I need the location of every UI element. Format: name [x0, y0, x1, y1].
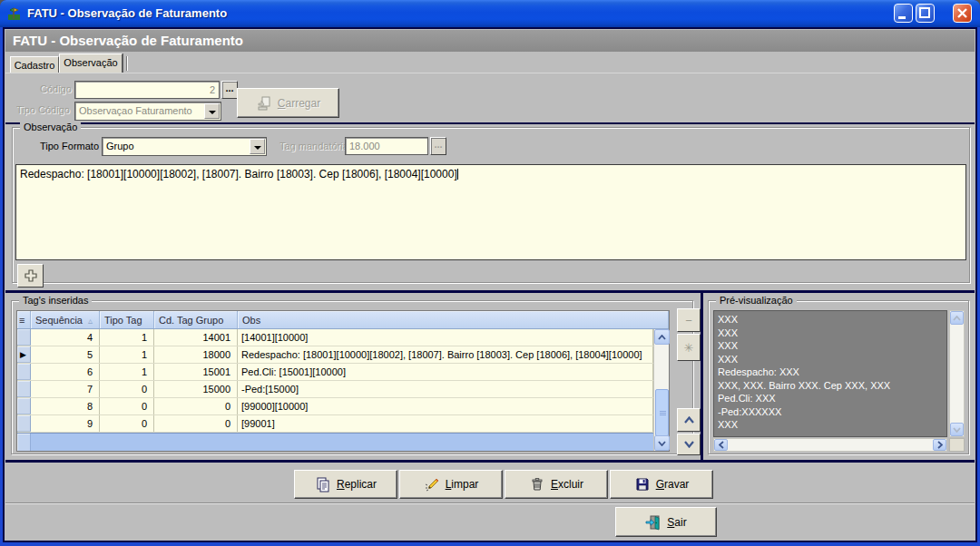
codigo-browse-button[interactable]: ...: [221, 81, 238, 99]
bottom-split: Tag's inseridas ≡ Sequência▵ Tipo Tag Cd…: [5, 290, 975, 463]
carregar-button[interactable]: Carregar: [237, 88, 339, 118]
tags-group: Tag's inseridas ≡ Sequência▵ Tipo Tag Cd…: [11, 300, 693, 454]
tipo-formato-combo[interactable]: Grupo: [102, 137, 267, 156]
header-marker-icon[interactable]: ≡: [17, 311, 31, 328]
minimize-button[interactable]: [894, 4, 913, 23]
eraser-pencil-icon: [424, 476, 440, 492]
client-area: FATU - Observação de Faturamento Cadastr…: [3, 27, 977, 542]
preview-line: XXX: [718, 327, 946, 340]
split-divider: [701, 293, 703, 460]
codigo-input[interactable]: 2: [74, 81, 220, 99]
row-indicator[interactable]: [17, 415, 31, 432]
table-cell[interactable]: [99000][10000]: [238, 398, 653, 414]
move-up-button[interactable]: [677, 408, 701, 432]
column-header-cd-tag-grupo[interactable]: Cd. Tag Grupo: [154, 311, 238, 328]
sair-button[interactable]: Sair: [615, 507, 717, 537]
exit-bar: Sair: [5, 504, 975, 540]
scroll-down-button[interactable]: [950, 423, 964, 436]
table-cell[interactable]: 1: [100, 329, 154, 346]
table-cell[interactable]: 0: [100, 398, 154, 414]
table-cell[interactable]: 15001: [154, 364, 238, 380]
table-row[interactable]: 6115001Ped.Cli: [15001][10000]: [17, 364, 653, 381]
table-cell[interactable]: -Ped:[15000]: [238, 381, 653, 397]
table-row[interactable]: 900[99001]: [17, 415, 653, 433]
ellipsis-icon: ...: [225, 83, 233, 93]
plus-icon: [24, 269, 37, 282]
tag-mandatoria-browse-button[interactable]: ...: [430, 137, 446, 155]
table-cell[interactable]: Ped.Cli: [15001][10000]: [238, 364, 653, 380]
title-bar[interactable]: FATU - Observação de Faturamento: [0, 0, 980, 27]
delete-row-button[interactable]: −: [677, 308, 701, 332]
table-row[interactable]: 7015000-Ped:[15000]: [17, 381, 653, 398]
row-indicator[interactable]: ▶: [17, 346, 31, 363]
preview-group-label: Pré-visualização: [716, 295, 797, 306]
limpar-button[interactable]: Limpar: [399, 470, 503, 499]
tag-mandatoria-input[interactable]: 18.000: [345, 137, 428, 155]
scroll-up-button[interactable]: [950, 311, 964, 325]
limpar-label: Limpar: [446, 478, 479, 491]
table-row[interactable]: 4114001[14001][10000]: [17, 329, 653, 346]
header-form-panel: Código 2 ... Tipo Código Observaçao Fatu…: [5, 73, 975, 124]
observacao-textarea[interactable]: Redespacho: [18001][10000][18002], [1800…: [15, 164, 966, 260]
grid-vertical-scrollbar[interactable]: [653, 329, 669, 451]
insert-row-button[interactable]: ✳: [677, 334, 701, 361]
exit-door-icon: [645, 514, 662, 531]
scroll-down-button[interactable]: [654, 435, 670, 451]
maximize-button[interactable]: [916, 4, 935, 23]
column-header-tipo-tag[interactable]: Tipo Tag: [100, 311, 154, 328]
preview-horizontal-scrollbar[interactable]: [713, 438, 947, 452]
table-cell[interactable]: 0: [154, 398, 238, 414]
row-pointer-icon: ▶: [20, 350, 26, 359]
table-cell[interactable]: 8: [31, 398, 100, 414]
close-button[interactable]: [953, 4, 972, 23]
text-caret: [457, 169, 458, 180]
table-cell[interactable]: 1: [100, 346, 154, 363]
tab-cadastro[interactable]: Cadastro: [10, 56, 59, 73]
table-cell[interactable]: 6: [31, 364, 100, 380]
table-cell[interactable]: 0: [154, 415, 238, 432]
tab-observacao[interactable]: Observação: [59, 54, 122, 73]
table-cell[interactable]: 0: [100, 415, 154, 432]
scrollbar-corner: [949, 438, 965, 452]
gravar-button[interactable]: Gravar: [610, 470, 713, 499]
table-cell[interactable]: 15000: [154, 381, 238, 397]
maximize-icon: [916, 5, 934, 22]
column-header-sequencia[interactable]: Sequência▵: [31, 311, 100, 328]
table-cell[interactable]: 7: [31, 381, 100, 397]
table-cell[interactable]: 1: [100, 364, 154, 380]
row-indicator[interactable]: [17, 329, 31, 346]
table-cell[interactable]: [99001]: [238, 415, 653, 432]
close-icon: [954, 5, 971, 22]
excluir-button[interactable]: Excluir: [505, 470, 608, 499]
app-window: FATU - Observação de Faturamento FATU - …: [0, 0, 980, 546]
preview-box: XXXXXXXXXXXXRedespacho: XXXXXX, XXX. Bai…: [713, 310, 947, 437]
scrollbar-thumb[interactable]: [655, 389, 669, 436]
table-cell[interactable]: 9: [31, 415, 100, 432]
add-tag-button[interactable]: [17, 264, 44, 288]
table-cell[interactable]: Redespacho: [18001][10000][18002], [1800…: [238, 346, 653, 363]
row-indicator[interactable]: [17, 381, 31, 397]
chevron-down-icon[interactable]: [204, 103, 220, 119]
tipo-codigo-combo[interactable]: Observaçao Faturamento: [74, 102, 221, 121]
table-cell[interactable]: 14001: [154, 329, 238, 346]
table-cell[interactable]: 5: [31, 346, 100, 363]
scroll-left-button[interactable]: [714, 439, 728, 451]
grid-new-row-bar[interactable]: [17, 433, 653, 451]
table-cell[interactable]: 4: [31, 329, 100, 346]
move-down-button[interactable]: [677, 434, 701, 455]
column-header-obs[interactable]: Obs: [238, 311, 669, 328]
chevron-down-icon[interactable]: [250, 139, 265, 154]
scroll-up-button[interactable]: [654, 329, 670, 345]
table-cell[interactable]: 0: [100, 381, 154, 397]
preview-vertical-scrollbar[interactable]: [949, 310, 965, 437]
replicar-button[interactable]: Replicar: [294, 470, 397, 499]
excluir-label: Excluir: [551, 478, 583, 491]
table-row[interactable]: ▶5118000Redespacho: [18001][10000][18002…: [17, 346, 653, 364]
table-row[interactable]: 800[99000][10000]: [17, 398, 653, 415]
preview-line: XXX: [718, 313, 946, 327]
table-cell[interactable]: [14001][10000]: [238, 329, 653, 346]
scroll-right-button[interactable]: [933, 439, 946, 451]
row-indicator[interactable]: [17, 364, 31, 380]
table-cell[interactable]: 18000: [154, 346, 238, 363]
row-indicator[interactable]: [17, 398, 31, 414]
